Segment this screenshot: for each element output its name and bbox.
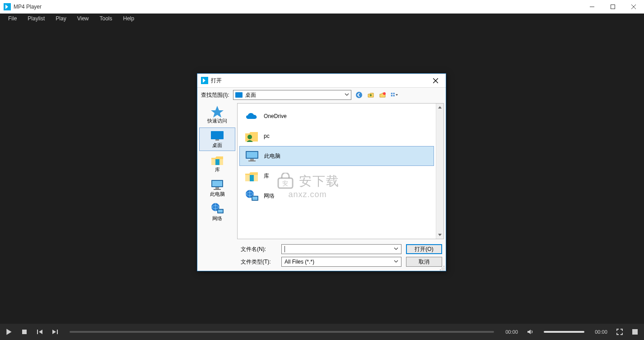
place-network[interactable]: 网络 [199, 201, 235, 224]
scroll-up-icon[interactable] [436, 104, 443, 111]
svg-point-6 [356, 92, 362, 98]
this-pc-icon [244, 148, 260, 164]
dialog-close-button[interactable] [429, 74, 442, 87]
menu-help[interactable]: Help [118, 14, 140, 23]
dialog-title: 打开 [211, 77, 222, 85]
svg-rect-18 [215, 187, 219, 189]
menu-playlist[interactable]: Playlist [22, 14, 50, 23]
list-item[interactable]: 此电脑 [239, 146, 434, 166]
list-item[interactable]: OneDrive [239, 106, 434, 126]
svg-rect-8 [391, 93, 392, 94]
cancel-button[interactable]: 取消 [406, 257, 442, 267]
chevron-down-icon [394, 259, 398, 265]
resize-grip-icon[interactable] [439, 264, 445, 270]
menu-view[interactable]: View [72, 14, 94, 23]
back-button[interactable] [355, 91, 363, 99]
fullscreen-button[interactable] [615, 327, 624, 336]
menu-file[interactable]: File [3, 14, 22, 23]
svg-rect-32 [252, 197, 257, 200]
lookin-value: 桌面 [245, 91, 256, 99]
svg-point-33 [443, 266, 444, 267]
libraries-icon [210, 155, 224, 165]
dialog-titlebar: 打开 [197, 74, 446, 87]
file-list-container: OneDrive pc [237, 103, 444, 239]
open-dialog: 打开 查找范围(I): 桌面 [197, 73, 446, 271]
svg-rect-27 [248, 161, 256, 161]
scroll-down-icon[interactable] [436, 231, 443, 239]
scrollbar[interactable] [436, 104, 443, 239]
svg-point-34 [443, 268, 444, 269]
filename-combo[interactable] [281, 244, 401, 254]
volume-button[interactable] [526, 327, 535, 336]
app-icon [4, 3, 11, 10]
svg-rect-42 [37, 330, 38, 334]
filetype-value: All Files (*.*) [285, 259, 314, 265]
svg-point-7 [383, 92, 386, 95]
user-folder-icon [244, 128, 259, 144]
place-desktop[interactable]: 桌面 [199, 128, 235, 151]
next-button[interactable] [51, 327, 60, 336]
minimize-button[interactable] [582, 0, 602, 14]
svg-point-23 [247, 135, 252, 139]
lookin-row: 查找范围(I): 桌面 [197, 88, 446, 101]
network-icon [244, 188, 259, 203]
view-menu-button[interactable] [390, 91, 398, 99]
previous-button[interactable] [35, 327, 44, 336]
play-button[interactable] [5, 327, 14, 336]
svg-rect-25 [247, 152, 257, 158]
places-bar: 快速访问 桌面 库 [197, 101, 237, 241]
this-pc-icon [210, 179, 224, 190]
lookin-combo[interactable]: 桌面 [233, 90, 351, 100]
place-quick-access[interactable]: 快速访问 [199, 103, 235, 127]
svg-rect-15 [215, 159, 219, 165]
app-title: MP4 Player [14, 4, 42, 10]
svg-point-37 [442, 269, 443, 270]
filename-label: 文件名(N): [241, 246, 277, 253]
filetype-combo[interactable]: All Files (*.*) [281, 257, 401, 267]
svg-rect-10 [391, 95, 392, 96]
new-folder-button[interactable] [378, 91, 387, 99]
desktop-icon [210, 130, 224, 141]
maximize-button[interactable] [602, 0, 623, 14]
dialog-main: 快速访问 桌面 库 [197, 101, 446, 241]
stop-button[interactable] [20, 327, 29, 336]
chevron-down-icon [345, 92, 349, 98]
onedrive-icon [244, 109, 259, 124]
list-item[interactable]: pc [239, 126, 434, 146]
titlebar: MP4 Player [0, 0, 644, 14]
filetype-label: 文件类型(T): [241, 258, 277, 266]
svg-rect-29 [250, 175, 254, 181]
place-this-pc[interactable]: 此电脑 [199, 176, 235, 200]
menubar: File Playlist Play View Tools Help [0, 14, 644, 24]
list-item[interactable]: 库 [239, 166, 434, 186]
seek-bar[interactable] [70, 331, 494, 333]
desktop-icon [235, 92, 243, 98]
up-level-button[interactable] [367, 91, 375, 99]
svg-rect-44 [632, 329, 638, 335]
chevron-down-icon [394, 246, 398, 252]
close-button[interactable] [623, 0, 644, 14]
app-window: MP4 Player File Playlist Play View Tools… [0, 0, 644, 340]
svg-rect-26 [250, 159, 254, 161]
svg-rect-12 [211, 131, 224, 139]
svg-rect-9 [393, 93, 394, 94]
scroll-track[interactable] [436, 111, 443, 231]
video-area: 打开 查找范围(I): 桌面 [0, 24, 644, 324]
file-list[interactable]: OneDrive pc [238, 104, 436, 239]
svg-rect-17 [212, 181, 222, 186]
svg-point-38 [440, 269, 441, 270]
svg-point-36 [443, 269, 444, 270]
open-button[interactable]: 打开(O) [406, 244, 442, 254]
list-item[interactable]: 网络 [239, 186, 434, 206]
volume-bar[interactable] [544, 331, 584, 333]
place-libraries[interactable]: 库 [199, 152, 235, 175]
svg-rect-41 [22, 330, 27, 334]
menu-tools[interactable]: Tools [94, 14, 118, 23]
svg-rect-11 [393, 95, 394, 96]
dialog-app-icon [201, 77, 208, 84]
menu-play[interactable]: Play [50, 14, 71, 23]
svg-rect-19 [214, 189, 221, 190]
playlist-button[interactable] [630, 327, 639, 336]
dialog-fields: 文件名(N): 打开(O) 文件类型(T): All Files (*.*) [197, 241, 446, 271]
libraries-icon [244, 168, 259, 184]
